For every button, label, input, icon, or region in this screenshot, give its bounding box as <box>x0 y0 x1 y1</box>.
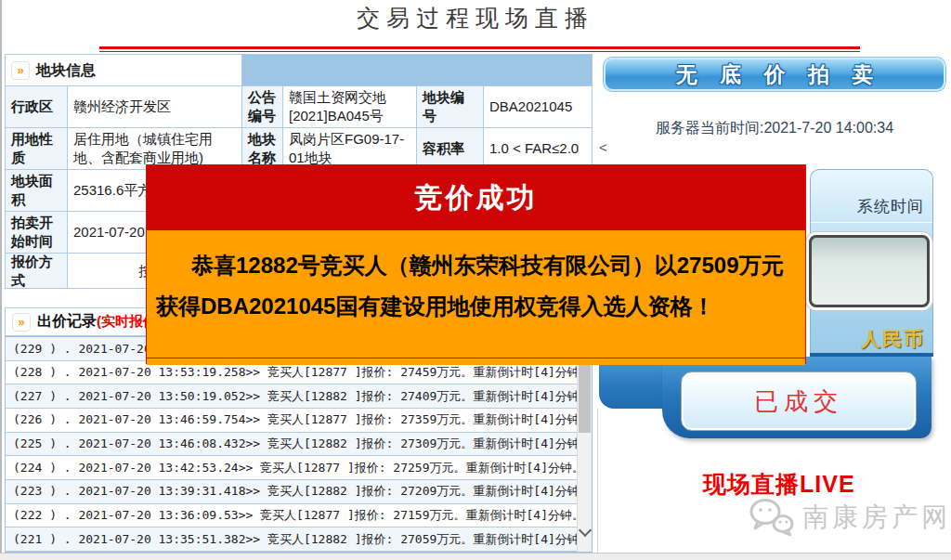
section-marker-icon: » <box>12 313 31 332</box>
district-label: 行政区 <box>5 85 68 128</box>
bid-row: (227 ) . 2021-07-20 13:50:19.052>> 竞买人[1… <box>6 384 592 409</box>
scroll-down-icon[interactable] <box>579 524 592 537</box>
bid-records-title: 出价记录 <box>37 312 97 332</box>
bid-row: (226 ) . 2021-07-20 13:46:59.754>> 竞买人[1… <box>6 409 592 433</box>
window-bottom-edge <box>0 553 951 560</box>
section-marker-icon: » <box>11 61 30 80</box>
system-time-panel: 系统时间 人民币 <box>810 169 933 357</box>
parcel-header-fill <box>241 54 593 86</box>
bid-row: (222 ) . 2021-07-20 13:36:09.53>> 竞买人[12… <box>6 504 592 528</box>
price-display[interactable] <box>809 235 930 307</box>
parcel-no-value: DBA2021045 <box>483 85 593 128</box>
notice-no-label: 公告编号 <box>241 85 283 128</box>
bid-success-popup: 竞价成功 恭喜12882号竞买人（赣州东荣科技有限公司）以27509万元获得DB… <box>146 164 806 364</box>
bid-records-list[interactable]: (229 ) . 2021-07-20 13 (228 ) . 2021-07-… <box>5 336 593 553</box>
parcel-section-title: 地块信息 <box>36 61 96 80</box>
parcel-no-label: 地块编号 <box>416 85 484 128</box>
bid-row: (223 ) . 2021-07-20 13:39:31.418>> 竞买人[1… <box>6 480 592 504</box>
banner-label: 无 底 价 拍 卖 <box>668 60 882 89</box>
popup-title: 竞价成功 <box>147 165 805 230</box>
window-left-border <box>0 0 2 560</box>
auction-live-screen: 交易过程现场直播 » 地块信息 行政区 赣州经济开发区 公告编号 赣国土资网交地… <box>0 0 951 560</box>
pane-divider-bottom <box>597 409 598 553</box>
angle-bracket-text: < <box>599 139 607 155</box>
watermark-text: 南康房产网 <box>802 500 951 535</box>
popup-message: 恭喜12882号竞买人（赣州东荣科技有限公司）以27509万元获得DBA2021… <box>156 245 796 327</box>
system-time-label: 系统时间 <box>857 196 924 217</box>
title-underline <box>99 46 860 52</box>
bid-row: (224 ) . 2021-07-20 13:42:53.24>> 竞买人[12… <box>6 456 592 480</box>
start-time-label: 拍卖开始时间 <box>5 211 68 254</box>
bid-method-label: 报价方式 <box>5 253 68 289</box>
server-time: 服务器当前时间:2021-7-20 14:00:34 <box>613 119 936 138</box>
currency-label: 人民币 <box>861 326 925 352</box>
page-title: 交易过程现场直播 <box>243 3 708 33</box>
deal-done-button[interactable]: 已成交 <box>681 371 917 431</box>
popup-body: 恭喜12882号竞买人（赣州东荣科技有限公司）以27509万元获得DBA2021… <box>147 230 805 365</box>
bid-row: (225 ) . 2021-07-20 13:46:08.432>> 竞买人[1… <box>6 433 592 457</box>
watermark: 南康房产网 <box>749 498 951 537</box>
district-value: 赣州经济开发区 <box>67 85 242 128</box>
land-use-label: 用地性质 <box>5 127 68 170</box>
parcel-section-header: » 地块信息 <box>5 54 242 86</box>
bid-row: (221 ) . 2021-07-20 13:35:51.382>> 竞买人[1… <box>6 527 592 552</box>
live-broadcast-label: 现场直播LIVE <box>703 469 855 500</box>
notice-no-value: 赣国土资网交地[2021]BA045号 <box>282 85 417 128</box>
panel-separator <box>811 222 932 223</box>
wechat-icon <box>749 498 795 537</box>
area-label: 地块面积 <box>5 169 68 212</box>
vertical-scrollbar[interactable] <box>577 337 592 552</box>
no-reserve-auction-banner: 无 底 价 拍 卖 <box>604 58 945 91</box>
popup-bottom-rule <box>147 358 805 358</box>
